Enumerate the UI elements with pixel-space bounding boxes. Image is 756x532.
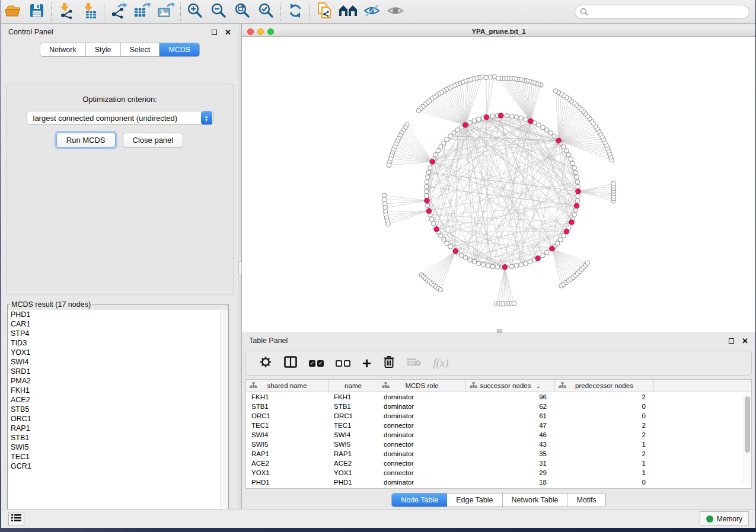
table-cell[interactable]: dominator [378, 477, 466, 487]
table-cell[interactable]: RAP1 [246, 449, 328, 459]
export-table-button[interactable] [130, 2, 154, 22]
table-cell[interactable]: 1 [555, 459, 654, 468]
mcds-result-item[interactable]: STB1 [8, 433, 228, 443]
table-cell[interactable]: SWI4 [246, 430, 328, 440]
import-table-button[interactable] [78, 2, 101, 22]
table-cell[interactable]: dominator [378, 430, 466, 440]
table-cell[interactable]: YOX1 [246, 468, 328, 477]
column-header-name[interactable]: name [328, 380, 378, 392]
sort-indicator-icon[interactable]: ⌄ [535, 383, 540, 389]
mcds-result-item[interactable]: FKH1 [8, 386, 228, 395]
table-cell[interactable]: 1 [555, 440, 654, 449]
table-cell[interactable]: 2 [555, 449, 654, 459]
table-cell[interactable]: connector [378, 468, 466, 477]
export-network-button[interactable] [107, 2, 130, 22]
mcds-result-item[interactable]: YOX1 [8, 348, 228, 357]
mcds-result-item[interactable]: RAP1 [8, 424, 228, 433]
table-cell[interactable]: dominator [378, 411, 466, 421]
table-cell[interactable]: 0 [555, 402, 654, 411]
float-panel-icon[interactable] [729, 338, 734, 344]
table-cell[interactable]: 1 [555, 468, 654, 477]
network-window-titlebar[interactable]: YPA_prune.txt_1 [242, 27, 755, 37]
table-cell[interactable]: connector [378, 440, 466, 449]
new-network-from-selection-button[interactable] [312, 2, 336, 22]
table-options-button[interactable] [259, 355, 272, 371]
network-canvas[interactable] [242, 37, 755, 332]
table-cell[interactable]: connector [378, 459, 466, 468]
mcds-result-item[interactable]: ACE2 [8, 395, 228, 405]
table-cell[interactable]: ACE2 [246, 459, 328, 468]
mcds-result-item[interactable]: STB5 [8, 405, 228, 414]
splitter-grip[interactable] [497, 329, 502, 333]
table-cell[interactable]: TEC1 [328, 421, 378, 430]
table-cell[interactable]: dominator [378, 402, 466, 411]
create-column-button[interactable]: + [362, 357, 371, 369]
table-row[interactable]: PHD1PHD1dominator180 [246, 477, 751, 487]
export-image-button[interactable] [154, 2, 178, 22]
show-column-button[interactable] [284, 356, 297, 370]
zoom-in-button[interactable] [183, 2, 207, 22]
column-header-predecessor-nodes[interactable]: predecessor nodes [555, 380, 654, 392]
memory-button[interactable]: Memory [700, 511, 749, 526]
table-cell[interactable]: 35 [466, 449, 555, 459]
table-cell[interactable]: 31 [466, 459, 555, 468]
table-scrollbar[interactable] [744, 395, 751, 484]
tab-edge-table[interactable]: Edge Table [447, 493, 502, 507]
tab-network-table[interactable]: Network Table [503, 493, 568, 507]
select-all-button[interactable]: ✓✓ [309, 360, 324, 367]
table-row[interactable]: SWI4SWI4dominator462 [246, 430, 751, 440]
table-row[interactable]: YOX1YOX1connector291 [246, 468, 751, 477]
table-cell[interactable]: 2 [555, 392, 654, 402]
tab-network[interactable]: Network [40, 43, 86, 56]
table-row[interactable]: SWI5SWI5connector431 [246, 440, 751, 449]
table-cell[interactable]: ACE2 [328, 459, 378, 468]
table-cell[interactable]: 43 [466, 440, 555, 449]
table-cell[interactable]: SWI5 [328, 440, 378, 449]
table-row[interactable]: ORC1ORC1dominator610 [246, 411, 751, 421]
delete-column-button[interactable] [383, 355, 395, 371]
criterion-dropdown[interactable]: largest connected component (undirected)… [27, 111, 213, 125]
refresh-view-button[interactable] [283, 2, 307, 22]
float-panel-icon[interactable] [212, 30, 217, 35]
table-cell[interactable]: 18 [466, 477, 555, 487]
mcds-result-item[interactable]: SRD1 [8, 367, 228, 376]
table-cell[interactable]: dominator [378, 449, 466, 459]
mcds-result-item[interactable]: SWI5 [8, 443, 228, 452]
table-cell[interactable]: PHD1 [246, 477, 328, 487]
tab-style[interactable]: Style [86, 43, 121, 56]
table-cell[interactable]: 46 [466, 430, 555, 440]
column-header-shared-name[interactable]: shared name [246, 380, 328, 392]
mcds-result-item[interactable]: ORC1 [8, 414, 228, 424]
column-header-successor-nodes[interactable]: successor nodes⌄ [466, 380, 555, 392]
tab-select[interactable]: Select [121, 43, 160, 56]
tab-motifs[interactable]: Motifs [567, 493, 605, 507]
table-cell[interactable]: FKH1 [246, 392, 328, 402]
mcds-result-item[interactable]: PHD1 [8, 310, 228, 319]
zoom-out-button[interactable] [207, 2, 231, 22]
table-cell[interactable]: 2 [555, 430, 654, 440]
tab-mcds[interactable]: MCDS [160, 43, 199, 56]
table-cell[interactable]: 0 [555, 477, 654, 487]
close-panel-icon[interactable]: ✕ [742, 337, 748, 345]
tab-node-table[interactable]: Node Table [392, 493, 447, 507]
close-panel-icon[interactable]: ✕ [225, 28, 231, 36]
table-row[interactable]: ACE2ACE2connector311 [246, 459, 751, 468]
close-panel-button[interactable]: Close panel [123, 133, 184, 148]
table-cell[interactable]: FKH1 [328, 392, 378, 402]
run-mcds-button[interactable]: Run MCDS [56, 133, 116, 148]
table-cell[interactable]: ORC1 [328, 411, 378, 421]
mcds-result-item[interactable]: SWI4 [8, 357, 228, 367]
mcds-result-item[interactable]: STP4 [8, 329, 228, 338]
table-cell[interactable]: 47 [466, 421, 555, 430]
task-history-button[interactable] [8, 512, 24, 526]
column-header-MCDS-role[interactable]: MCDS role [378, 380, 466, 392]
table-cell[interactable]: 0 [555, 411, 654, 421]
zoom-selected-button[interactable] [254, 2, 278, 22]
scrollbar-thumb[interactable] [745, 396, 750, 453]
table-cell[interactable]: TEC1 [246, 421, 328, 430]
import-network-button[interactable] [54, 2, 78, 22]
table-cell[interactable]: YOX1 [328, 468, 378, 477]
mcds-result-item[interactable]: GCR1 [8, 462, 228, 471]
table-cell[interactable]: dominator [378, 392, 466, 402]
table-cell[interactable]: connector [378, 421, 466, 430]
